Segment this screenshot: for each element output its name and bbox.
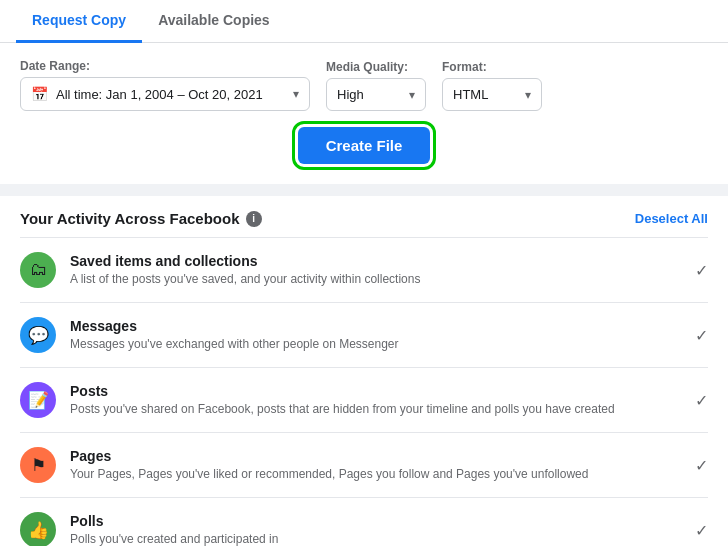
item-desc: A list of the posts you've saved, and yo… xyxy=(70,271,681,288)
item-title: Pages xyxy=(70,448,681,464)
activity-header: Your Activity Across Facebook i Deselect… xyxy=(20,196,708,238)
item-title: Saved items and collections xyxy=(70,253,681,269)
media-quality-value: High xyxy=(337,87,401,102)
calendar-icon: 📅 xyxy=(31,86,48,102)
format-select[interactable]: HTML ▾ xyxy=(442,78,542,111)
item-check-icon: ✓ xyxy=(695,521,708,540)
page-wrapper: Request Copy Available Copies Date Range… xyxy=(0,0,728,546)
item-desc: Posts you've shared on Facebook, posts t… xyxy=(70,401,681,418)
date-range-label: Date Range: xyxy=(20,59,310,73)
item-icon: ⚑ xyxy=(20,447,56,483)
filters-row: Date Range: 📅 All time: Jan 1, 2004 – Oc… xyxy=(20,59,708,111)
item-check-icon: ✓ xyxy=(695,391,708,410)
item-content: Pages Your Pages, Pages you've liked or … xyxy=(70,448,681,483)
format-group: Format: HTML ▾ xyxy=(442,60,542,111)
item-title: Posts xyxy=(70,383,681,399)
item-check-icon: ✓ xyxy=(695,261,708,280)
date-range-select[interactable]: 📅 All time: Jan 1, 2004 – Oct 20, 2021 ▾ xyxy=(20,77,310,111)
item-check-icon: ✓ xyxy=(695,456,708,475)
item-icon: 📝 xyxy=(20,382,56,418)
tabs-bar: Request Copy Available Copies xyxy=(0,0,728,43)
date-range-chevron-icon: ▾ xyxy=(293,87,299,101)
item-desc: Messages you've exchanged with other peo… xyxy=(70,336,681,353)
item-content: Polls Polls you've created and participa… xyxy=(70,513,681,546)
list-item[interactable]: 📝 Posts Posts you've shared on Facebook,… xyxy=(20,368,708,433)
item-icon: 🗂 xyxy=(20,252,56,288)
tab-request-copy[interactable]: Request Copy xyxy=(16,0,142,43)
media-quality-label: Media Quality: xyxy=(326,60,426,74)
format-chevron-icon: ▾ xyxy=(525,88,531,102)
item-title: Messages xyxy=(70,318,681,334)
format-value: HTML xyxy=(453,87,517,102)
list-item[interactable]: ⚑ Pages Your Pages, Pages you've liked o… xyxy=(20,433,708,498)
create-file-button[interactable]: Create File xyxy=(298,127,431,164)
media-quality-select[interactable]: High ▾ xyxy=(326,78,426,111)
info-icon[interactable]: i xyxy=(246,211,262,227)
item-icon: 💬 xyxy=(20,317,56,353)
list-item[interactable]: 💬 Messages Messages you've exchanged wit… xyxy=(20,303,708,368)
top-section: Date Range: 📅 All time: Jan 1, 2004 – Oc… xyxy=(0,43,728,184)
format-label: Format: xyxy=(442,60,542,74)
list-item[interactable]: 👍 Polls Polls you've created and partici… xyxy=(20,498,708,546)
item-content: Saved items and collections A list of th… xyxy=(70,253,681,288)
activity-list: 🗂 Saved items and collections A list of … xyxy=(20,238,708,546)
item-content: Posts Posts you've shared on Facebook, p… xyxy=(70,383,681,418)
media-quality-chevron-icon: ▾ xyxy=(409,88,415,102)
activity-title-row: Your Activity Across Facebook i xyxy=(20,210,262,227)
tab-available-copies[interactable]: Available Copies xyxy=(142,0,286,43)
item-desc: Your Pages, Pages you've liked or recomm… xyxy=(70,466,681,483)
activity-section: Your Activity Across Facebook i Deselect… xyxy=(0,196,728,546)
date-range-value: All time: Jan 1, 2004 – Oct 20, 2021 xyxy=(56,87,285,102)
create-file-btn-wrapper: Create File xyxy=(20,127,708,164)
list-item[interactable]: 🗂 Saved items and collections A list of … xyxy=(20,238,708,303)
item-title: Polls xyxy=(70,513,681,529)
date-range-group: Date Range: 📅 All time: Jan 1, 2004 – Oc… xyxy=(20,59,310,111)
deselect-all-button[interactable]: Deselect All xyxy=(635,211,708,226)
item-content: Messages Messages you've exchanged with … xyxy=(70,318,681,353)
item-icon: 👍 xyxy=(20,512,56,546)
activity-title: Your Activity Across Facebook xyxy=(20,210,240,227)
item-check-icon: ✓ xyxy=(695,326,708,345)
media-quality-group: Media Quality: High ▾ xyxy=(326,60,426,111)
item-desc: Polls you've created and participated in xyxy=(70,531,681,546)
